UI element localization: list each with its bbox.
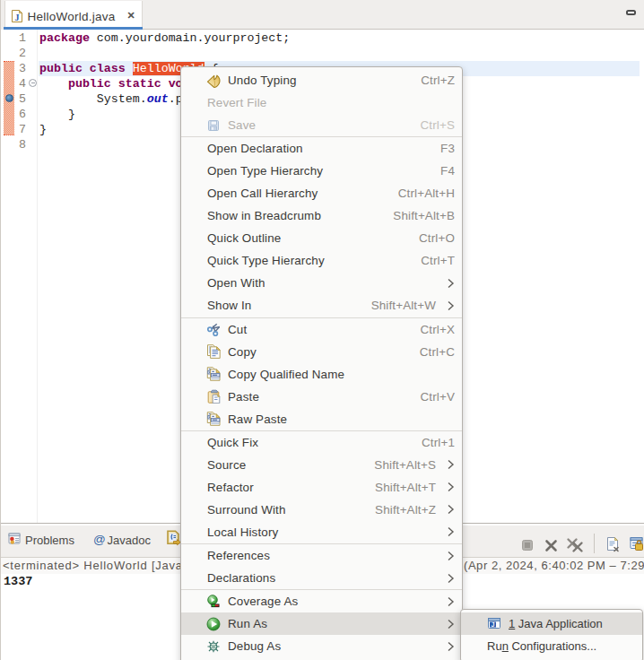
svg-text:J: J	[492, 621, 495, 628]
svg-text:J: J	[14, 12, 19, 22]
